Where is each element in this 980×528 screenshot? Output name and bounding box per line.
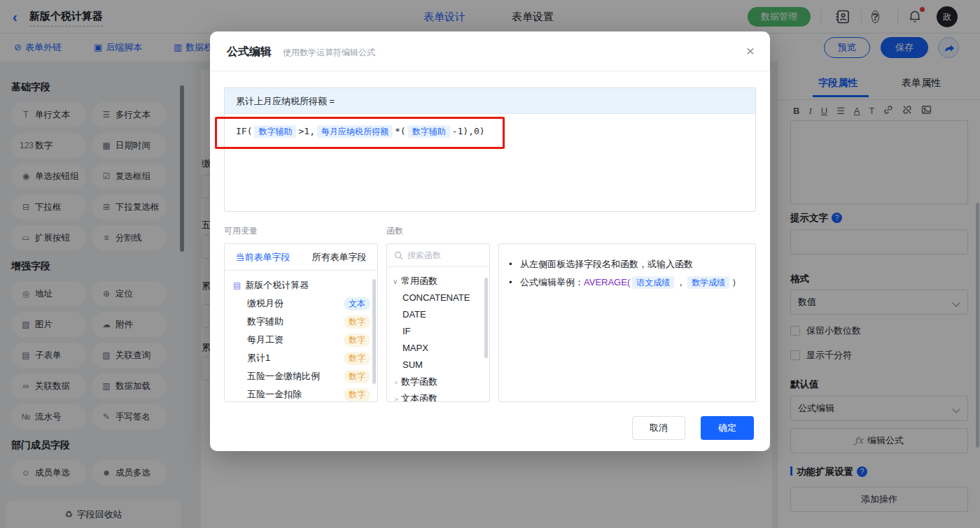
help-example: •公式编辑举例：AVERAGE(语文成绩，数学成绩） (509, 273, 746, 292)
variable-name: 五险一金缴纳比例 (247, 370, 344, 383)
modal-subtitle: 使用数学运算符编辑公式 (283, 47, 375, 59)
help-panel: •从左侧面板选择字段名和函数，或输入函数 •公式编辑举例：AVERAGE(语文成… (498, 243, 756, 402)
form-name: 新版个税计算器 (245, 279, 370, 292)
variables-label: 可用变量 (224, 225, 258, 237)
help-tip: •从左侧面板选择字段名和函数，或输入函数 (509, 255, 746, 273)
variables-panel: 当前表单字段 所有表单字段 ▤新版个税计算器缴税月份文本数字辅助数字每月工资数字… (224, 243, 378, 402)
function-group-name: 数学函数 (401, 376, 438, 387)
functions-panel: 搜索函数 ∨常用函数CONCATENATEDATEIFMAPXSUM＞数学函数＞… (386, 243, 490, 402)
variable-name: 缴税月份 (247, 297, 344, 310)
chevron-right-icon: ＞ (393, 391, 401, 402)
formula-field-token[interactable]: 每月应纳税所得额 (317, 125, 393, 138)
variable-type-badge: 数字 (344, 388, 370, 401)
tab-current-form-fields[interactable]: 当前表单字段 (236, 251, 290, 264)
cancel-button[interactable]: 取消 (632, 416, 685, 440)
variable-name: 每月工资 (247, 334, 344, 346)
example-text: ， (676, 277, 685, 287)
formula-block: 累计上月应纳税所得额 = IF(数字辅助>1,每月应纳税所得额*(数字辅助-1)… (224, 87, 756, 212)
function-group-collapsed[interactable]: ＞数学函数 (387, 373, 489, 390)
functions-scrollbar[interactable] (484, 278, 488, 358)
variable-row[interactable]: 五险一金缴纳比例数字 (225, 367, 377, 385)
variable-type-badge: 数字 (344, 315, 370, 329)
functions-label: 函数 (386, 225, 403, 237)
form-doc-icon: ▤ (233, 280, 241, 290)
variable-name: 数字辅助 (247, 315, 344, 328)
formula-field-token[interactable]: 数字辅助 (408, 125, 450, 138)
variable-form-node[interactable]: ▤新版个税计算器 (225, 276, 377, 294)
variable-row[interactable]: 五险一金扣除数字 (225, 385, 377, 402)
search-placeholder: 搜索函数 (407, 250, 441, 262)
function-search[interactable]: 搜索函数 (387, 244, 489, 267)
modal-header: 公式编辑 使用数学运算符编辑公式 × (210, 31, 770, 71)
function-group-collapsed[interactable]: ＞文本函数 (387, 390, 489, 402)
variable-name: 累计1 (247, 352, 344, 364)
function-item-sum[interactable]: SUM (387, 357, 489, 373)
variable-row[interactable]: 每月工资数字 (225, 331, 377, 349)
tab-all-form-fields[interactable]: 所有表单字段 (312, 251, 367, 264)
chevron-right-icon: ＞ (393, 374, 401, 391)
variable-type-badge: 数字 (344, 370, 370, 383)
formula-field-token[interactable]: 数字辅助 (254, 125, 296, 138)
function-item-if[interactable]: IF (387, 323, 489, 340)
variable-row[interactable]: 数字辅助数字 (225, 313, 377, 331)
formula-text: IF( (236, 126, 252, 136)
example-field-token: 数学成绩 (687, 276, 729, 289)
formula-text: *( (395, 126, 406, 136)
function-group-name: 文本函数 (401, 393, 438, 402)
formula-editor[interactable]: IF(数字辅助>1,每月应纳税所得额*(数字辅助-1),0) (225, 114, 755, 150)
variable-row[interactable]: 累计1数字 (225, 349, 377, 367)
modal-title: 公式编辑 (227, 45, 272, 59)
function-item-mapx[interactable]: MAPX (387, 340, 489, 357)
variable-name: 五险一金扣除 (247, 388, 344, 401)
bullet: • (509, 273, 520, 292)
example-text: 公式编辑举例： (520, 277, 584, 287)
confirm-button[interactable]: 确定 (701, 416, 754, 440)
close-icon[interactable]: × (746, 43, 755, 59)
variable-type-badge: 数字 (344, 334, 370, 347)
chevron-down-icon: ∨ (393, 273, 401, 290)
variables-scrollbar[interactable] (372, 279, 376, 384)
variable-row[interactable]: 缴税月份文本 (225, 294, 377, 313)
variable-type-badge: 文本 (344, 297, 370, 311)
variables-tabs: 当前表单字段 所有表单字段 (225, 244, 377, 271)
function-group-expanded[interactable]: ∨常用函数 (387, 273, 489, 290)
formula-text: -1),0) (452, 126, 485, 136)
example-field-token: 语文成绩 (632, 276, 674, 289)
example-text: AVERAGE( (584, 277, 630, 287)
variable-type-badge: 数字 (344, 352, 370, 365)
formula-editor-modal: 公式编辑 使用数学运算符编辑公式 × 累计上月应纳税所得额 = IF(数字辅助>… (210, 31, 770, 451)
example-text: ） (732, 277, 741, 287)
function-item-date[interactable]: DATE (387, 306, 489, 323)
formula-target-field: 累计上月应纳税所得额 = (225, 88, 755, 114)
formula-text: >1, (298, 126, 314, 136)
bullet: • (509, 255, 520, 273)
search-icon (394, 251, 403, 260)
function-item-concatenate[interactable]: CONCATENATE (387, 290, 489, 306)
function-group-name: 常用函数 (401, 276, 438, 286)
